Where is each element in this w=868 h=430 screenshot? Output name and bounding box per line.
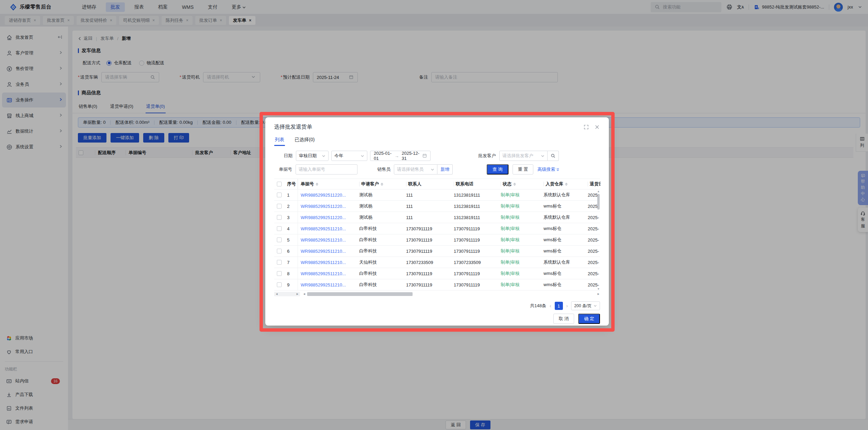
close-icon[interactable] bbox=[595, 125, 600, 130]
cell-value: 制单|审核 bbox=[501, 226, 519, 232]
cell-value: 1 bbox=[287, 193, 289, 198]
cell-value: wms标仓 bbox=[544, 203, 562, 209]
cell-order[interactable]: WR98852992511210... bbox=[298, 237, 356, 243]
date-filter-label: 日期 bbox=[284, 153, 293, 159]
query-button[interactable]: 查 询 bbox=[487, 164, 508, 175]
reset-button[interactable]: 重 置 bbox=[513, 164, 534, 175]
scrollbar-thumb[interactable] bbox=[307, 292, 413, 296]
table-row[interactable]: 8WR98852992511210...白帝科技1730791111917307… bbox=[274, 268, 600, 279]
cell-no: 5 bbox=[284, 234, 298, 245]
row-checkbox[interactable] bbox=[277, 260, 282, 265]
divider bbox=[454, 182, 454, 186]
salesman-select[interactable]: 请选择销售员 bbox=[394, 164, 437, 175]
column-header-联系电话[interactable]: 联系电话 bbox=[451, 181, 498, 187]
row-checkbox[interactable] bbox=[277, 215, 282, 220]
row-checkbox[interactable] bbox=[277, 226, 282, 231]
order-no-input[interactable]: 请输入单据号 bbox=[296, 164, 357, 175]
pagination: 共148条 ‹ 1 › 200 条/页 bbox=[274, 301, 600, 310]
column-label: 申请客户 bbox=[361, 181, 379, 187]
cell-value: WR98852992511220... bbox=[301, 204, 346, 209]
cell-value: 17307911119 bbox=[406, 249, 432, 254]
column-header-联系人[interactable]: 联系人 bbox=[403, 181, 451, 187]
cell-value: 白帝科技 bbox=[359, 270, 377, 277]
date-range-picker[interactable]: 2025-01-01 → 2025-12-31 bbox=[370, 151, 431, 161]
page-size-select[interactable]: 200 条/页 bbox=[571, 301, 600, 310]
sort-icon[interactable] bbox=[565, 183, 568, 186]
customer-search-button[interactable] bbox=[548, 151, 559, 161]
cell-contact: 17307233509 bbox=[403, 260, 451, 265]
cell-value: 13123819111 bbox=[454, 204, 480, 209]
date-preset-select[interactable]: 今年 bbox=[331, 151, 367, 161]
table-row[interactable]: 7WR98852992511210...天仙科技1730723350917307… bbox=[274, 257, 600, 268]
row-checkbox-cell bbox=[274, 204, 284, 209]
scroll-up-arrow[interactable]: ▲ bbox=[597, 190, 600, 193]
date-type-select[interactable]: 审核日期 bbox=[296, 151, 329, 161]
cell-warehouse: wms标仓 bbox=[541, 282, 585, 288]
modal-tab-列表[interactable]: 列表 bbox=[274, 135, 285, 146]
cell-value: 17307911119 bbox=[406, 237, 432, 243]
cell-order[interactable]: WR98852992511220... bbox=[298, 215, 356, 220]
cell-order[interactable]: WR98852992511210... bbox=[298, 226, 356, 231]
cell-value: 测试杨 bbox=[359, 192, 372, 198]
sort-icon[interactable] bbox=[381, 183, 383, 186]
column-header-状态[interactable]: 状态 bbox=[498, 181, 541, 187]
chevron-down-icon bbox=[541, 154, 545, 158]
fullscreen-icon[interactable] bbox=[584, 125, 589, 130]
column-header-单据号[interactable]: 单据号 bbox=[298, 181, 356, 187]
column-header-退货日期[interactable]: 退货日期 bbox=[585, 181, 601, 187]
frozen-scrollbar[interactable]: ◄► bbox=[274, 292, 300, 296]
cell-value: WR98852992511210... bbox=[301, 226, 346, 231]
column-header-申请客户[interactable]: 申请客户 bbox=[356, 181, 403, 187]
table-row[interactable]: 4WR98852992511210...白帝科技1730791111917307… bbox=[274, 223, 600, 234]
row-checkbox[interactable] bbox=[277, 204, 282, 209]
cell-customer: 测试杨 bbox=[356, 214, 403, 220]
cell-contact: 17307911119 bbox=[403, 226, 451, 231]
vertical-scrollbar[interactable]: ▲ ▼ bbox=[597, 190, 600, 291]
cell-order[interactable]: WR98852992511220... bbox=[298, 204, 356, 209]
cell-warehouse: 系统默认仓库 bbox=[541, 214, 585, 220]
sort-icon[interactable] bbox=[316, 183, 318, 186]
cell-value: wms标仓 bbox=[544, 248, 562, 254]
cell-value: 系统默认仓库 bbox=[544, 214, 570, 220]
modal-tab-已选择(0)[interactable]: 已选择(0) bbox=[294, 135, 315, 146]
table-row[interactable]: 1WR98852992511220...测试杨11113123819111制单|… bbox=[274, 189, 600, 201]
table-row[interactable]: 9WR98852992511210...白帝科技1730791111917307… bbox=[274, 279, 600, 291]
table-row[interactable]: 3WR98852992511220...测试杨11113123819111制单|… bbox=[274, 212, 600, 223]
next-page-arrow[interactable]: › bbox=[566, 303, 568, 309]
cell-phone: 13123819111 bbox=[451, 215, 498, 220]
prev-page-arrow[interactable]: ‹ bbox=[550, 303, 551, 309]
cell-customer: 测试杨 bbox=[356, 192, 403, 198]
total-count: 共148条 bbox=[530, 303, 546, 309]
row-checkbox[interactable] bbox=[277, 237, 282, 242]
table-row[interactable]: 5WR98852992511210...白帝科技1730791111917307… bbox=[274, 234, 600, 246]
main-scrollbar[interactable]: ◄► bbox=[303, 292, 600, 296]
salesman-add-link[interactable]: 新增 bbox=[437, 164, 453, 175]
advanced-search-link[interactable]: 高级搜索 bbox=[537, 166, 560, 172]
cell-order[interactable]: WR98852992511210... bbox=[298, 282, 356, 287]
cell-order[interactable]: WR98852992511220... bbox=[298, 193, 356, 198]
scrollbar-thumb[interactable] bbox=[597, 194, 600, 210]
cell-customer: 白帝科技 bbox=[356, 248, 403, 254]
column-header-序号[interactable]: 序号 bbox=[284, 179, 298, 189]
cell-order[interactable]: WR98852992511210... bbox=[298, 260, 356, 265]
cell-status: 制单|审核 bbox=[498, 282, 541, 288]
row-checkbox-cell bbox=[274, 193, 284, 197]
cancel-button[interactable]: 取 消 bbox=[553, 314, 574, 324]
current-page[interactable]: 1 bbox=[555, 302, 563, 310]
scroll-down-arrow[interactable]: ▼ bbox=[597, 288, 600, 291]
cell-order[interactable]: WR98852992511210... bbox=[298, 271, 356, 276]
row-checkbox[interactable] bbox=[277, 282, 282, 287]
column-header-入货仓库[interactable]: 入货仓库 bbox=[541, 181, 585, 187]
table-row[interactable]: 2WR98852992511220...测试杨11113123819111制单|… bbox=[274, 201, 600, 212]
row-checkbox[interactable] bbox=[277, 193, 282, 197]
confirm-button[interactable]: 确 定 bbox=[578, 314, 600, 324]
cell-value: 17307911119 bbox=[454, 282, 480, 287]
sort-icon[interactable] bbox=[513, 183, 516, 186]
cell-order[interactable]: WR98852992511210... bbox=[298, 249, 356, 254]
row-checkbox[interactable] bbox=[277, 249, 282, 253]
customer-select[interactable]: 请选择批发客户 bbox=[499, 151, 548, 161]
cell-value: 系统默认仓库 bbox=[544, 192, 570, 198]
table-row[interactable]: 6WR98852992511210...白帝科技1730791111917307… bbox=[274, 246, 600, 257]
row-checkbox[interactable] bbox=[277, 271, 282, 276]
select-all-checkbox[interactable] bbox=[277, 182, 282, 186]
